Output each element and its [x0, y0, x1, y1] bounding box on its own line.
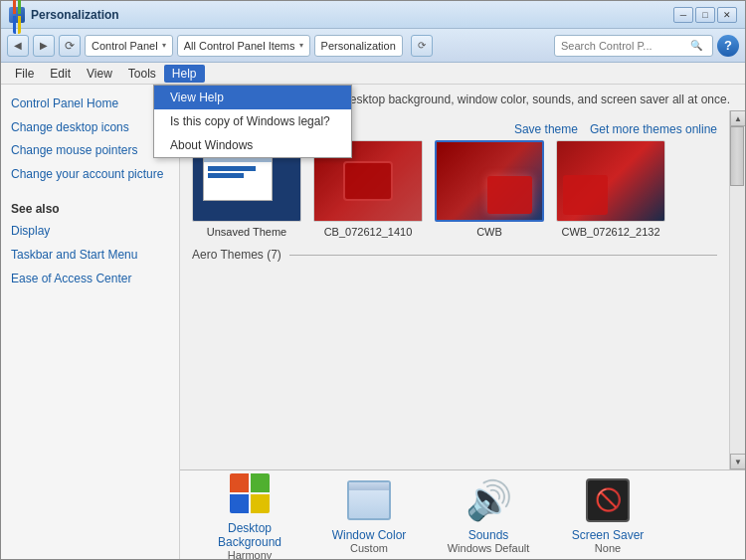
aero-divider: Aero Themes (7) [192, 248, 717, 262]
search-box[interactable]: 🔍 [554, 35, 713, 57]
screensaver-sublabel: None [595, 542, 621, 554]
theme-preview-cwb [435, 140, 544, 222]
menu-tools[interactable]: Tools [120, 65, 164, 83]
bottom-bar: Desktop Background Harmony Window Color … [180, 469, 745, 559]
scroll-track[interactable] [730, 126, 745, 454]
theme-label-cwb2: CWB_072612_2132 [561, 226, 659, 238]
window-color-sublabel: Custom [350, 542, 388, 554]
breadcrumb-all-items[interactable]: All Control Panel Items ▾ [177, 35, 310, 57]
sidebar-ease-of-access[interactable]: Ease of Access Center [11, 272, 169, 287]
theme-label-unsaved: Unsaved Theme [207, 226, 287, 238]
breadcrumb-control-panel[interactable]: Control Panel ▾ [85, 35, 173, 57]
see-also-title: See also [11, 202, 169, 216]
help-dropdown: View Help Is this copy of Windows legal?… [153, 85, 352, 158]
menu-bar: File Edit View Tools Help View Help Is t… [1, 63, 745, 85]
sounds-icon-glyph: 🔊 [466, 478, 512, 522]
theme-label-cb: CB_072612_1410 [324, 226, 413, 238]
preview-inner-cwb2 [557, 141, 664, 221]
screensaver-label: Screen Saver [572, 528, 645, 542]
menu-help[interactable]: Help [164, 65, 205, 83]
aero-label: Aero Themes (7) [192, 248, 281, 262]
dropdown-view-help[interactable]: View Help [154, 86, 351, 109]
scroll-up-button[interactable]: ▲ [730, 110, 745, 126]
bottom-item-window-color[interactable]: Window Color Custom [319, 476, 419, 554]
close-button[interactable]: ✕ [717, 7, 737, 23]
sounds-icon: 🔊 [465, 476, 512, 524]
vertical-scrollbar[interactable]: ▲ ▼ [729, 110, 745, 469]
window-color-icon [345, 476, 393, 524]
sidebar-change-desktop-icons[interactable]: Change desktop icons [11, 120, 169, 136]
sidebar-change-mouse-pointers[interactable]: Change mouse pointers [11, 143, 169, 159]
menu-view[interactable]: View [79, 65, 120, 83]
main-window: Personalization ─ □ ✕ ◀ ▶ ⟳ Control Pane… [0, 0, 746, 560]
forward-button[interactable]: ▶ [33, 35, 55, 57]
dropdown-about[interactable]: About Windows [154, 133, 351, 157]
window-title: Personalization [31, 8, 673, 22]
refresh-address-button[interactable]: ⟳ [411, 35, 433, 57]
chevron-icon: ▾ [162, 41, 166, 50]
bottom-item-desktop-bg[interactable]: Desktop Background Harmony [200, 469, 299, 560]
theme-preview-cwb2 [556, 140, 665, 222]
see-also-section: See also Display Taskbar and Start Menu … [11, 202, 169, 286]
main-area: Control Panel Home Change desktop icons … [1, 85, 745, 559]
title-controls: ─ □ ✕ [673, 7, 737, 23]
chevron-icon: ▾ [299, 41, 303, 50]
preview-inner-cwb [437, 142, 542, 220]
search-input[interactable] [561, 40, 690, 52]
breadcrumb-personalization[interactable]: Personalization [314, 35, 403, 57]
cwb2-red-block [563, 175, 608, 215]
theme-item-cwb2[interactable]: CWB_072612_2132 [556, 140, 665, 238]
window-icon [9, 7, 25, 23]
preview-content [204, 162, 272, 184]
sidebar-control-panel-home[interactable]: Control Panel Home [11, 96, 169, 112]
title-bar: Personalization ─ □ ✕ [1, 1, 745, 29]
themes-scroll: Save theme Get more themes online [180, 110, 729, 469]
preview-line2 [208, 173, 244, 178]
search-icon: 🔍 [690, 40, 702, 51]
themes-area: Save theme Get more themes online [180, 110, 745, 469]
bottom-item-screensaver[interactable]: 🚫 Screen Saver None [558, 476, 657, 554]
sounds-sublabel: Windows Default [448, 542, 530, 554]
window-color-label: Window Color [332, 528, 407, 542]
theme-label-cwb: CWB [476, 226, 502, 238]
bottom-item-sounds[interactable]: 🔊 Sounds Windows Default [439, 476, 538, 554]
cwb-red-block [487, 176, 532, 214]
address-bar: ◀ ▶ ⟳ Control Panel ▾ All Control Panel … [1, 29, 745, 63]
menu-file[interactable]: File [7, 65, 42, 83]
minimize-button[interactable]: ─ [673, 7, 693, 23]
screensaver-no-icon: 🚫 [595, 487, 622, 513]
refresh-button[interactable]: ⟳ [59, 35, 81, 57]
cb-preview-block [343, 161, 393, 201]
help-button[interactable]: ? [717, 35, 739, 57]
maximize-button[interactable]: □ [695, 7, 715, 23]
sidebar-taskbar[interactable]: Taskbar and Start Menu [11, 248, 169, 264]
desktop-bg-icon [226, 469, 274, 517]
sounds-label: Sounds [468, 528, 509, 542]
desktop-bg-label: Desktop Background [200, 521, 299, 549]
screensaver-icon: 🚫 [584, 476, 632, 524]
scroll-thumb[interactable] [730, 126, 744, 186]
dropdown-is-legal[interactable]: Is this copy of Windows legal? [154, 109, 351, 133]
menu-edit[interactable]: Edit [42, 65, 79, 83]
sidebar-display[interactable]: Display [11, 224, 169, 240]
scroll-down-button[interactable]: ▼ [730, 454, 745, 469]
get-more-link[interactable]: Get more themes online [590, 122, 717, 136]
save-theme-link[interactable]: Save theme [514, 122, 578, 136]
theme-item-cwb[interactable]: CWB [435, 140, 544, 238]
preview-window-unsaved [203, 151, 273, 201]
sidebar-change-account-picture[interactable]: Change your account picture [11, 167, 169, 183]
desktop-bg-sublabel: Harmony [228, 549, 273, 560]
preview-line [208, 166, 256, 171]
back-button[interactable]: ◀ [7, 35, 29, 57]
